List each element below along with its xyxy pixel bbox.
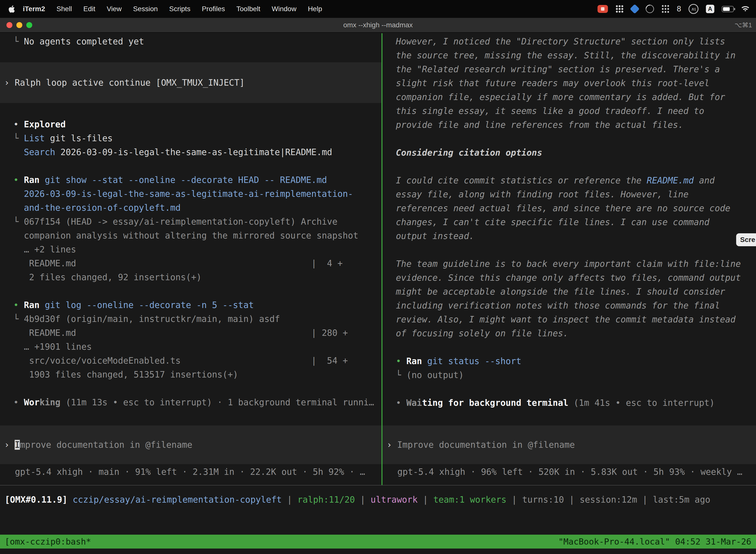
text-segment: Considering citation options [396,148,542,158]
input-source-icon[interactable]: A [706,5,714,13]
zoom-button[interactable] [26,22,32,28]
text-segment: the source tree, missing the essay. Stil… [396,50,736,60]
right-pane[interactable]: However, I noticed the "Directory Struct… [382,33,756,485]
terminal-line: • Ran git show --stat --oneline --decora… [0,173,381,187]
menu-item-iterm2[interactable]: iTerm2 [17,5,51,13]
text-segment: └ [13,217,24,227]
text-segment: [OMX#0.11.9] [5,495,67,505]
terminal-line [0,284,381,298]
text-segment: git log --oneline --decorate -n 5 --stat [45,300,254,310]
terminal-line: might be acceptable alongside the file l… [382,285,756,298]
tmux-host-clock: "MacBook-Pro-44.local" 04:52 31-Mar-26 [558,537,751,547]
text-segment: references need actual files, and since … [396,203,731,213]
wifi-icon[interactable] [741,6,750,12]
text-segment: Wai [406,398,422,408]
text-segment: git status --short [427,356,521,366]
menu-item-help[interactable]: Help [302,5,328,13]
terminal-line: • Explored [0,117,381,131]
battery-icon[interactable] [722,6,734,12]
left-pane-scrollback: └ No agents completed yet › Ralph loop a… [0,33,381,426]
text-segment: • [396,398,406,408]
omx-status-bar: [OMX#0.11.9] cczip/essay/ai-reimplementa… [0,486,756,513]
menu-item-scripts[interactable]: Scripts [164,5,196,13]
figure-eight-icon[interactable]: 8 [677,4,681,13]
close-button[interactable] [6,22,12,28]
menu-item-edit[interactable]: Edit [78,5,101,13]
terminal-line: provide file and line references from th… [382,118,756,132]
text-segment: › [4,440,15,450]
menu-item-view[interactable]: View [101,5,127,13]
session-status-right: gpt-5.4 xhigh · 96% left · 520K in · 5.8… [382,465,756,479]
terminal-line: └ 4b9d30f (origin/main, instructkr/main,… [0,312,381,326]
text-segment: | [637,495,653,505]
terminal-line: README.md | 280 + [0,326,381,340]
text-segment: provide file and line references from th… [396,120,683,130]
session-status-left: gpt-5.4 xhigh · main · 91% left · 2.31M … [0,465,381,479]
percent-circle-icon[interactable]: .61 [689,4,698,14]
minimize-button[interactable] [16,22,22,28]
screen-recording-indicator-icon[interactable] [597,5,608,13]
terminal-line: references need actual files, and since … [382,201,756,215]
terminal-line [382,382,756,396]
text-segment: ultrawork [371,495,418,505]
blue-app-icon[interactable] [630,4,640,14]
text-segment: 067f154 (HEAD -> essay/ai-reimplementati… [24,217,337,227]
menu-item-profiles[interactable]: Profiles [196,5,231,13]
menu-item-shell[interactable]: Shell [51,5,78,13]
terminal-line [0,382,381,395]
terminal-line: the source tree, missing the essay. Stil… [382,48,756,62]
terminal-line [382,132,756,146]
text-segment: (11m 13s • esc to interrupt) · 1 backgro… [61,397,374,407]
right-pane-body-lines: However, I noticed the "Directory Struct… [382,35,756,410]
terminal-line: companion analysis without altering the … [0,229,381,242]
ralph-loop-banner: › Ralph loop active continue [OMX_TMUX_I… [0,62,381,103]
dark-circle-app-icon[interactable] [644,3,656,15]
left-pane[interactable]: └ No agents completed yet › Ralph loop a… [0,33,381,485]
tmux-status-bar: [omx-cczip0:bash* "MacBook-Pro-44.local"… [0,535,756,549]
text-segment: companion analysis without altering the … [13,231,359,240]
screen: iTerm2 Shell Edit View Session Scripts P… [0,0,756,554]
terminal-line: However, I noticed the "Directory Struct… [382,35,756,48]
prompt-input-left[interactable]: › Improve documentation in @filename [0,438,381,452]
menu-item-session[interactable]: Session [127,5,164,13]
text-segment: • [13,119,24,129]
menu-bar-status-icons: 8 .61 A [597,4,750,14]
text-segment: └ [396,370,406,380]
traffic-lights [0,22,32,28]
prompt-input-band-left[interactable]: › Improve documentation in @filename [0,426,381,464]
text-segment: and-the-erosion-of-copyleft.md [13,203,181,213]
terminal-line: slight risk that future readers may over… [382,76,756,90]
text-segment: ting for background terminal [422,398,568,408]
text-segment: › [4,78,15,88]
battery-fill [723,7,730,11]
text-segment: ralph:11/20 [297,495,355,505]
text-segment: essay file, along with finding root file… [396,189,689,199]
terminal-line: essay file, along with finding root file… [382,187,756,201]
app-grid-icon[interactable] [615,5,624,13]
tmux-session-window[interactable]: [omx-cczip0:bash* [5,537,91,547]
terminal-line: 1903 files changed, 513517 insertions(+) [0,368,381,382]
tmux-window-shortcut: ⌥⌘1 [735,21,752,29]
dots-menu-icon[interactable] [662,4,670,13]
text-segment: Ran [24,175,45,185]
prompt-input-right[interactable]: › Improve documentation in @filename [382,438,756,452]
window-title-bar[interactable]: omx --xhigh --madmax ⌥⌘1 [0,18,756,33]
text-segment [67,495,73,505]
prompt-input-band-right[interactable]: › Improve documentation in @filename [382,426,756,464]
text-segment: of focusing solely on file lines. [396,328,568,338]
menu-item-window[interactable]: Window [266,5,302,13]
text-segment: team:1 workers [433,495,506,505]
text-segment: | [282,495,297,505]
apple-menu-icon[interactable] [8,5,15,13]
text-segment: › [387,440,397,450]
text-segment: … +2 lines [13,244,76,255]
screen-share-button[interactable]: Scre [736,233,756,246]
menu-item-toolbelt[interactable]: Toolbelt [231,5,266,13]
left-pane-top-lines: └ No agents completed yet [0,35,381,48]
terminal-line: companion file, especially if more comme… [382,90,756,104]
text-segment: git ls-files [45,133,113,143]
terminal-line: └ List git ls-files [0,131,381,145]
terminal-line: src/voice/voiceModeEnabled.ts | 54 + [0,354,381,368]
terminal-line: output instead. [382,229,756,243]
text-segment: However, I noticed the "Directory Struct… [396,37,725,46]
